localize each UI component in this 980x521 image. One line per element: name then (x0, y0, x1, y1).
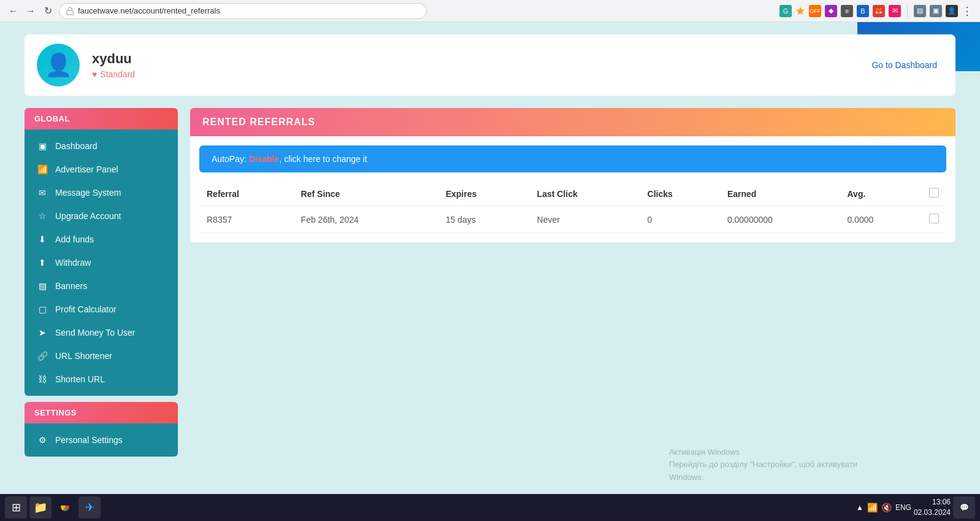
menu-dots[interactable]: ⋮ (962, 4, 973, 18)
sidebar-item-upgrade-account[interactable]: ☆ Upgrade Account (25, 204, 178, 228)
cell-ref-since: Feb 26th, 2024 (294, 206, 438, 233)
sidebar-label-personal-settings: Personal Settings (55, 435, 123, 445)
table-header: Referral Ref Since Expires Last Click Cl… (199, 182, 946, 206)
sidebar-item-dashboard[interactable]: ▣ Dashboard (25, 134, 178, 158)
withdraw-icon: ⬆ (37, 257, 48, 268)
chrome-icon (59, 501, 71, 514)
row-checkbox[interactable] (929, 214, 939, 223)
back-button[interactable]: ← (7, 5, 20, 17)
browser-bar: ← → ↻ faucetwave.net/account/rented_refe… (0, 0, 980, 22)
ext-icon-gray2[interactable]: ▣ (930, 5, 942, 17)
autopay-prefix: AutoPay: (212, 154, 249, 164)
sidebar-label-url-shortener: URL Shortener (55, 351, 112, 361)
extension-icons: G OFF ◆ ≡ B 🦊 ✉ ▤ ▣ 👤 ⋮ (779, 4, 973, 18)
ext-icon-gray1[interactable]: ▤ (914, 5, 926, 17)
profile-card: 👤 xyduu ♥ Standard Go to Dashboard (25, 34, 955, 96)
cell-earned: 0.00000000 (720, 206, 840, 233)
profile-tier: ♥ Standard (92, 69, 135, 79)
add-funds-icon: ⬇ (37, 234, 48, 245)
ext-icon-1[interactable]: G (779, 5, 792, 17)
url-shortener-icon: 🔗 (37, 350, 48, 361)
page-container: 👤 xyduu ♥ Standard Go to Dashboard GLOBA… (0, 22, 980, 521)
ext-icon-red[interactable]: 🦊 (873, 5, 885, 17)
ext-icon-blue[interactable]: B (857, 5, 869, 17)
sidebar-nav-global: ▣ Dashboard 📶 Advertiser Panel ✉ Message… (25, 129, 178, 396)
sidebar-item-profit-calculator[interactable]: ▢ Profit Calculator (25, 298, 178, 321)
file-explorer-button[interactable]: 📁 (29, 496, 52, 519)
main-content: 👤 xyduu ♥ Standard Go to Dashboard GLOBA… (0, 22, 980, 469)
sidebar-item-advertiser-panel[interactable]: 📶 Advertiser Panel (25, 158, 178, 181)
sidebar-item-send-money[interactable]: ➤ Send Money To User (25, 321, 178, 344)
cell-referral: R8357 (199, 206, 294, 233)
heart-icon: ♥ (92, 69, 97, 79)
avatar: 👤 (37, 44, 80, 87)
panel-body: AutoPay: Disable, click here to change i… (190, 136, 955, 242)
sidebar-global-header: GLOBAL (25, 108, 178, 129)
notification-button[interactable]: 💬 (953, 496, 975, 519)
settings-icon: ⚙ (37, 434, 48, 446)
watermark-line3: Windows. (669, 471, 857, 484)
upgrade-icon: ☆ (37, 210, 48, 222)
ext-icon-profile[interactable]: 👤 (946, 5, 958, 17)
url-text: faucetwave.net/account/rented_referrals (78, 6, 220, 15)
go-to-dashboard-button[interactable]: Go to Dashboard (871, 60, 937, 70)
panel-header: RENTED REFERRALS (190, 108, 955, 136)
taskbar-date: 02.03.2024 (914, 507, 951, 518)
sidebar-label-calc: Profit Calculator (55, 304, 117, 314)
cell-checkbox (922, 206, 946, 233)
wifi-icon: 📶 (867, 503, 878, 512)
autopay-notice[interactable]: AutoPay: Disable, click here to change i… (199, 145, 946, 172)
sidebar-label-dashboard: Dashboard (55, 141, 98, 151)
autopay-suffix: , click here to change it (280, 154, 367, 164)
ext-icon-purple[interactable]: ◆ (825, 5, 837, 17)
sidebar-nav-settings: ⚙ Personal Settings (25, 423, 178, 457)
calc-icon: ▢ (37, 304, 48, 315)
refresh-button[interactable]: ↻ (42, 5, 54, 17)
sidebar-label-advertiser: Advertiser Panel (55, 164, 118, 174)
taskbar-system-icons: ▲ 📶 🔇 ENG (856, 503, 911, 512)
referrals-table-wrapper: Referral Ref Since Expires Last Click Cl… (190, 182, 955, 242)
sidebar-item-url-shortener[interactable]: 🔗 URL Shortener (25, 344, 178, 368)
sidebar-label-send-money: Send Money To User (55, 328, 135, 338)
volume-icon[interactable]: 🔇 (881, 503, 892, 512)
content-layout: GLOBAL ▣ Dashboard 📶 Advertiser Panel ✉ … (25, 108, 955, 457)
sidebar-item-banners[interactable]: ▨ Banners (25, 274, 178, 298)
select-all-checkbox[interactable] (929, 188, 939, 198)
forward-button[interactable]: → (25, 5, 37, 17)
windows-start-button[interactable]: ⊞ (5, 496, 27, 519)
dashboard-icon: ▣ (37, 141, 48, 152)
table-row: R8357 Feb 26th, 2024 15 days Never 0 0.0… (199, 206, 946, 233)
ext-icon-pink[interactable]: ✉ (889, 5, 901, 17)
send-money-icon: ➤ (37, 327, 48, 338)
url-bar[interactable]: faucetwave.net/account/rented_referrals (59, 3, 427, 19)
col-header-last-click: Last Click (530, 182, 640, 206)
table-body: R8357 Feb 26th, 2024 15 days Never 0 0.0… (199, 206, 946, 233)
cell-clicks: 0 (640, 206, 720, 233)
shorten-url-icon: ⛓ (37, 374, 48, 385)
ext-icon-off[interactable]: OFF (809, 5, 821, 17)
telegram-button[interactable]: ✈ (78, 496, 101, 519)
lang-label: ENG (895, 503, 911, 512)
col-header-expires: Expires (438, 182, 530, 206)
sidebar-label-add-funds: Add funds (55, 234, 94, 244)
sidebar-item-withdraw[interactable]: ⬆ Withdraw (25, 251, 178, 274)
taskbar: ⊞ 📁 ✈ ▲ 📶 🔇 ENG 13:06 02.03.2024 💬 (0, 494, 980, 521)
ext-icon-menu[interactable]: ≡ (841, 5, 853, 17)
taskbar-time-display: 13:06 02.03.2024 (914, 497, 951, 518)
profile-username: xyduu (92, 51, 135, 67)
taskbar-up-arrow[interactable]: ▲ (856, 503, 863, 512)
sidebar-label-message: Message System (55, 188, 121, 198)
tier-label: Standard (100, 69, 135, 79)
star-icon[interactable] (795, 6, 805, 16)
sidebar-item-message-system[interactable]: ✉ Message System (25, 181, 178, 204)
chrome-button[interactable] (54, 496, 76, 519)
col-header-earned: Earned (720, 182, 840, 206)
autopay-status[interactable]: Disable (249, 154, 280, 164)
lock-icon (66, 7, 74, 15)
profile-info: xyduu ♥ Standard (92, 51, 135, 79)
sidebar-item-add-funds[interactable]: ⬇ Add funds (25, 228, 178, 251)
taskbar-time: 13:06 (914, 497, 951, 507)
sidebar-label-banners: Banners (55, 281, 87, 291)
sidebar-item-shorten-url[interactable]: ⛓ Shorten URL (25, 368, 178, 391)
sidebar-item-personal-settings[interactable]: ⚙ Personal Settings (25, 428, 178, 452)
